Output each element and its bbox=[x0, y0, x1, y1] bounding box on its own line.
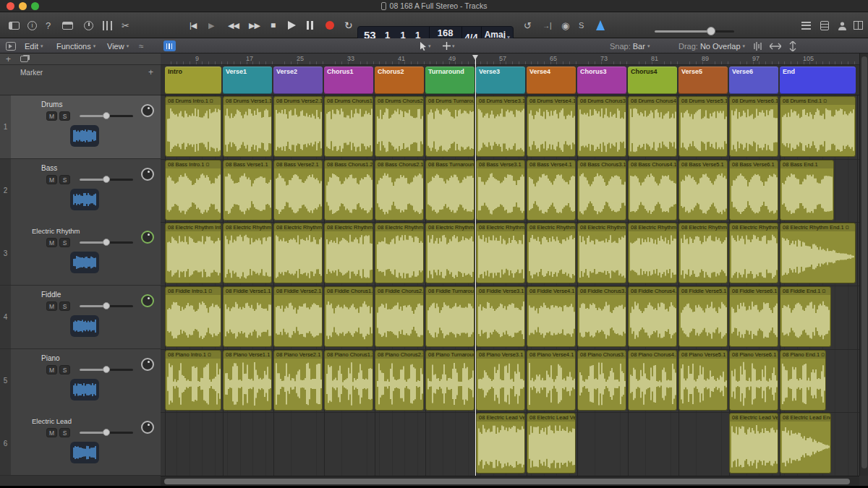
mute-button[interactable]: M bbox=[46, 301, 57, 311]
track-header[interactable]: 2BassMS bbox=[0, 159, 161, 223]
master-volume-slider[interactable] bbox=[655, 30, 734, 33]
audio-region[interactable]: 08 Fiddle Chorus4.1 bbox=[628, 286, 677, 347]
mute-button[interactable]: M bbox=[46, 175, 57, 184]
audio-region[interactable]: 08 Bass End.1 bbox=[780, 160, 834, 221]
audio-region[interactable]: 08 Drums Verse1.1 bbox=[223, 96, 272, 157]
audio-region[interactable]: 08 Electric Rhythm Verse4.1 bbox=[527, 223, 576, 283]
marker-region[interactable]: Chorus2 bbox=[375, 67, 424, 94]
audio-region[interactable]: 08 Fiddle Verse3.1 bbox=[476, 286, 525, 347]
volume-thumb[interactable] bbox=[103, 176, 110, 183]
playhead[interactable] bbox=[475, 55, 476, 476]
audio-region[interactable]: 08 Bass Chorus4.1 bbox=[628, 160, 677, 221]
list-editors-button[interactable] bbox=[801, 18, 811, 33]
punch-button[interactable]: →| bbox=[542, 18, 552, 33]
horizontal-scrollbar-thumb[interactable] bbox=[164, 479, 850, 484]
playhead-handle[interactable] bbox=[472, 55, 478, 60]
volume-thumb[interactable] bbox=[103, 239, 110, 246]
marker-region[interactable]: Verse3 bbox=[476, 67, 525, 94]
audio-region[interactable]: 08 Drums Chorus1.1 bbox=[324, 96, 373, 157]
vertical-scrollbar-thumb[interactable] bbox=[861, 56, 867, 468]
marker-region[interactable]: End bbox=[780, 67, 856, 94]
pause-button[interactable] bbox=[307, 17, 313, 34]
audio-region[interactable]: 08 Electric Rhythm Chorus4.1 bbox=[628, 223, 677, 283]
bar-ruler[interactable]: 91725334149576573818997105 bbox=[161, 53, 859, 65]
menu-functions[interactable]: Functions▾ bbox=[56, 40, 95, 51]
audio-region[interactable]: 08 Piano Verse1.1 bbox=[223, 350, 272, 411]
track-volume-slider[interactable] bbox=[80, 179, 133, 181]
audio-region[interactable]: 08 Bass Chorus2.1 bbox=[375, 160, 424, 221]
rewind-button[interactable]: ◀◀ bbox=[228, 17, 239, 34]
marker-region[interactable]: Verse4 bbox=[527, 67, 576, 94]
audio-region[interactable]: 08 Drums Verse3.1 bbox=[476, 96, 525, 157]
marker-region[interactable]: Verse5 bbox=[678, 67, 728, 94]
horizontal-zoom-slider[interactable] bbox=[770, 40, 781, 51]
audio-region[interactable]: 08 Electric Rhythm Chorus1.2 bbox=[324, 223, 373, 283]
track-header[interactable]: 5PianoMS bbox=[0, 349, 161, 413]
marker-region[interactable]: Chorus4 bbox=[628, 67, 677, 94]
pan-knob[interactable] bbox=[141, 294, 154, 307]
solo-button[interactable]: S bbox=[59, 238, 70, 247]
audio-region[interactable]: 08 Piano Verse2.1 bbox=[273, 350, 323, 411]
pan-knob[interactable] bbox=[141, 168, 154, 181]
audio-region[interactable]: 08 Drums Verse6.1 bbox=[729, 96, 778, 157]
menu-view[interactable]: View▾ bbox=[107, 40, 129, 51]
play-from-selection-button[interactable]: ▶ bbox=[208, 17, 213, 34]
audio-region[interactable]: 08 Bass Turnaround.1 bbox=[425, 160, 475, 221]
replace-mode-button[interactable]: ↺ bbox=[524, 18, 532, 33]
note-pads-button[interactable] bbox=[820, 18, 829, 33]
audio-region[interactable]: 08 Bass Verse2.1 bbox=[273, 160, 323, 221]
audio-region[interactable]: 08 Drums Chorus3.1 bbox=[577, 96, 626, 157]
solo-button[interactable]: S bbox=[59, 111, 70, 121]
vertical-scrollbar[interactable] bbox=[859, 53, 868, 476]
forward-button[interactable]: ▶▶ bbox=[249, 17, 260, 34]
midi-capture-button[interactable] bbox=[163, 40, 176, 51]
audio-region[interactable]: 08 Bass Verse4.1 bbox=[527, 160, 576, 221]
flex-button[interactable]: ≈ bbox=[139, 40, 144, 51]
mixer-button[interactable] bbox=[103, 18, 112, 33]
volume-thumb[interactable] bbox=[103, 112, 110, 119]
audio-region[interactable]: 08 Electric Lead Verse3.2 bbox=[527, 413, 576, 474]
audio-region[interactable]: 08 Piano Verse6.1 bbox=[729, 350, 778, 411]
vertical-zoom-slider[interactable] bbox=[788, 40, 797, 51]
audio-region[interactable]: 08 Drums Verse4.1 bbox=[527, 96, 576, 157]
audio-region[interactable]: 08 Piano Verse5.1 bbox=[678, 350, 728, 411]
audio-region[interactable]: 08 Electric Rhythm End.1Ω bbox=[780, 223, 856, 283]
mute-button[interactable]: M bbox=[46, 111, 57, 121]
audio-region[interactable]: 08 Fiddle Verse5.1 bbox=[678, 286, 728, 347]
audio-region[interactable]: 08 Bass Verse1.1 bbox=[223, 160, 272, 221]
volume-thumb[interactable] bbox=[103, 302, 110, 309]
track-name[interactable]: Electric Rhythm bbox=[32, 227, 80, 235]
mute-button[interactable]: M bbox=[46, 238, 57, 247]
audio-region[interactable]: 08 Fiddle Verse4.1 bbox=[527, 286, 576, 347]
audio-region[interactable]: 08 Electric Rhythm Chorus2.1 bbox=[375, 223, 424, 283]
add-marker-button[interactable]: + bbox=[148, 67, 153, 77]
audio-region[interactable]: 08 Electric Rhythm Verse3.1 bbox=[476, 223, 525, 283]
audio-region[interactable]: 08 Drums Chorus4.1 bbox=[628, 96, 677, 157]
track-volume-slider[interactable] bbox=[80, 241, 133, 244]
pointer-tool-menu[interactable]: ▾ bbox=[420, 40, 431, 51]
waveform-zoom-button[interactable] bbox=[754, 40, 763, 51]
audio-region[interactable]: 08 Bass Verse6.1 bbox=[729, 160, 778, 221]
audio-region[interactable]: 08 Fiddle End.1Ω bbox=[780, 286, 831, 347]
audio-region[interactable]: 08 Fiddle Chorus3.1 bbox=[577, 286, 626, 347]
pan-knob[interactable] bbox=[141, 104, 154, 117]
track-volume-slider[interactable] bbox=[80, 369, 133, 371]
audio-region[interactable]: 08 Fiddle Intro.1Ω bbox=[165, 286, 221, 347]
audio-region[interactable]: 08 Drums Turnaround.1 bbox=[425, 96, 475, 157]
track-name[interactable]: Bass bbox=[41, 164, 57, 172]
tuner-button[interactable]: ◉ bbox=[561, 18, 569, 33]
solo-button[interactable]: S bbox=[59, 365, 70, 374]
record-button[interactable] bbox=[326, 17, 334, 34]
audio-region[interactable]: 08 Electric Rhythm Verse2.1 bbox=[273, 223, 323, 283]
audio-region[interactable]: 08 Piano Chorus3.1 bbox=[577, 350, 626, 411]
audio-region[interactable]: 08 Electric Lead End.3Ω bbox=[780, 413, 831, 474]
add-track-button[interactable]: + bbox=[6, 54, 11, 64]
audio-region[interactable]: 08 Piano Verse3.1 bbox=[476, 350, 525, 411]
marker-lane-header[interactable]: Marker + bbox=[0, 65, 161, 95]
pan-knob[interactable] bbox=[141, 231, 154, 244]
drag-menu[interactable]: Drag: No Overlap ▾ bbox=[678, 40, 745, 51]
solo-button[interactable]: S bbox=[59, 301, 70, 311]
audio-region[interactable]: 08 Drums End.1Ω bbox=[780, 96, 856, 157]
audio-region[interactable]: 08 Electric Rhythm Verse6.1 bbox=[729, 223, 778, 283]
share-button[interactable] bbox=[838, 18, 847, 33]
